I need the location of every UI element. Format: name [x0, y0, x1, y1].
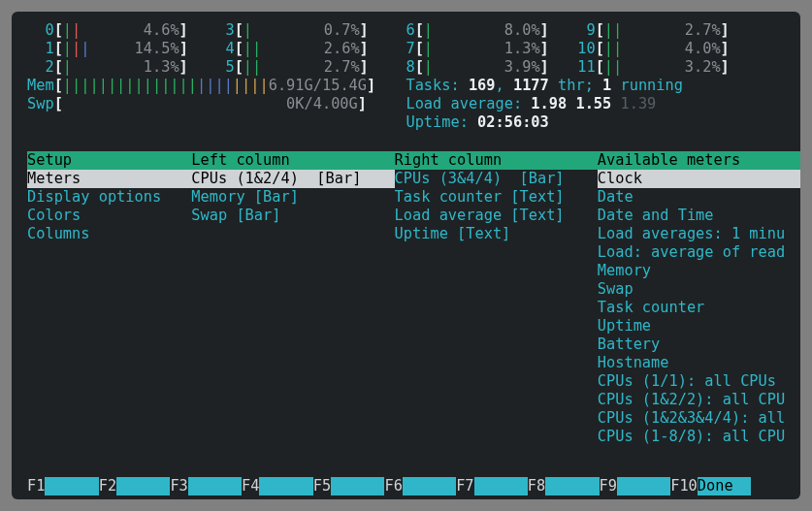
uptime: Uptime: 02:56:03	[388, 113, 549, 132]
available-meter-item[interactable]: Battery	[598, 335, 800, 354]
right-column-panel: Right column CPUs (3&4/4) [Bar]Task coun…	[395, 151, 598, 446]
cpu-meter-0: 0[|| 4.6%]	[27, 21, 208, 40]
setup-header: Setup	[27, 151, 191, 170]
available-meter-item[interactable]: Uptime	[598, 317, 800, 335]
fkey-f10[interactable]: F10Done	[670, 477, 751, 495]
left-column-item[interactable]: Memory [Bar]	[191, 188, 394, 207]
htop-terminal: 0[|| 4.6%] 3[| 0.7%] 6[| 8.0%] 9[|| 2.7%…	[12, 12, 800, 499]
fkey-f6[interactable]: F6	[384, 477, 456, 495]
left-column-panel: Left column CPUs (1&2/4) [Bar]Memory [Ba…	[191, 151, 394, 446]
cpu-meter-3: 3[| 0.7%]	[208, 21, 388, 40]
available-meter-item[interactable]: Date	[598, 188, 800, 207]
setup-panel: Setup MetersDisplay optionsColorsColumns	[27, 151, 191, 446]
cpu-meter-1: 1[||| 14.5%]	[27, 40, 208, 58]
cpu-meter-6: 6[| 8.0%]	[388, 21, 568, 40]
available-meter-item[interactable]: Load: average of read	[598, 243, 800, 262]
fkey-f4[interactable]: F4	[242, 477, 313, 495]
fkey-f3[interactable]: F3	[170, 477, 242, 495]
available-meter-item[interactable]: CPUs (1&2/2): all CPU	[598, 391, 800, 409]
cpu-meter-7: 7[| 1.3%]	[388, 40, 568, 58]
available-meter-item[interactable]: Load averages: 1 minu	[598, 225, 800, 243]
right-column-item[interactable]: Load average [Text]	[395, 207, 598, 225]
left-column-item[interactable]: CPUs (1&2/4) [Bar]	[191, 170, 394, 188]
available-meter-item[interactable]: Hostname	[598, 354, 800, 372]
setup-item[interactable]: Columns	[27, 225, 191, 243]
function-key-bar: F1 F2 F3 F4 F5 F6 F7 F8 F9 F10Done	[27, 477, 785, 495]
available-meter-item[interactable]: CPUs (1&2&3&4/4): all	[598, 409, 800, 428]
available-meter-item[interactable]: CPUs (1/1): all CPUs	[598, 372, 800, 391]
cpu-meter-9: 9[|| 2.7%]	[568, 21, 749, 40]
setup-item[interactable]: Meters	[27, 170, 191, 188]
available-meter-item[interactable]: CPUs (1-8/8): all CPU	[598, 428, 800, 446]
setup-item[interactable]: Colors	[27, 207, 191, 225]
right-column-item[interactable]: Uptime [Text]	[395, 225, 598, 243]
available-meter-item[interactable]: Swap	[598, 280, 800, 299]
cpu-meter-11: 11[|| 3.2%]	[568, 58, 749, 77]
meters-area: 0[|| 4.6%] 3[| 0.7%] 6[| 8.0%] 9[|| 2.7%…	[12, 16, 800, 134]
setup-panels: Setup MetersDisplay optionsColorsColumns…	[12, 151, 800, 446]
available-meter-item[interactable]: Date and Time	[598, 207, 800, 225]
fkey-f8[interactable]: F8	[528, 477, 600, 495]
memory-meter: Mem[|||||||||||||||||||||||6.91G/15.4G]	[27, 77, 388, 95]
fkey-f9[interactable]: F9	[600, 477, 671, 495]
available-meter-item[interactable]: Task counter	[598, 299, 800, 317]
load-average: Load average: 1.98 1.55 1.39	[388, 95, 656, 113]
fkey-f1[interactable]: F1	[27, 477, 99, 495]
fkey-f2[interactable]: F2	[99, 477, 171, 495]
cpu-meter-2: 2[| 1.3%]	[27, 58, 208, 77]
fkey-f5[interactable]: F5	[313, 477, 385, 495]
right-column-item[interactable]: CPUs (3&4/4) [Bar]	[395, 170, 598, 188]
swap-meter: Swp[ 0K/4.00G]	[27, 95, 388, 113]
available-meter-item[interactable]: Clock	[598, 170, 800, 188]
cpu-meter-4: 4[|| 2.6%]	[208, 40, 388, 58]
available-meters-header: Available meters	[598, 151, 800, 170]
right-column-item[interactable]: Task counter [Text]	[395, 188, 598, 207]
cpu-meter-5: 5[|| 2.7%]	[208, 58, 388, 77]
right-column-header: Right column	[395, 151, 598, 170]
left-column-item[interactable]: Swap [Bar]	[191, 207, 394, 225]
available-meter-item[interactable]: Memory	[598, 262, 800, 280]
available-meters-panel: Available meters ClockDateDate and TimeL…	[598, 151, 800, 446]
cpu-meter-10: 10[|| 4.0%]	[568, 40, 749, 58]
tasks-counter: Tasks: 169, 1177 thr; 1 running	[388, 77, 683, 95]
setup-item[interactable]: Display options	[27, 188, 191, 207]
cpu-meter-8: 8[| 3.9%]	[388, 58, 568, 77]
left-column-header: Left column	[191, 151, 394, 170]
fkey-f7[interactable]: F7	[456, 477, 528, 495]
